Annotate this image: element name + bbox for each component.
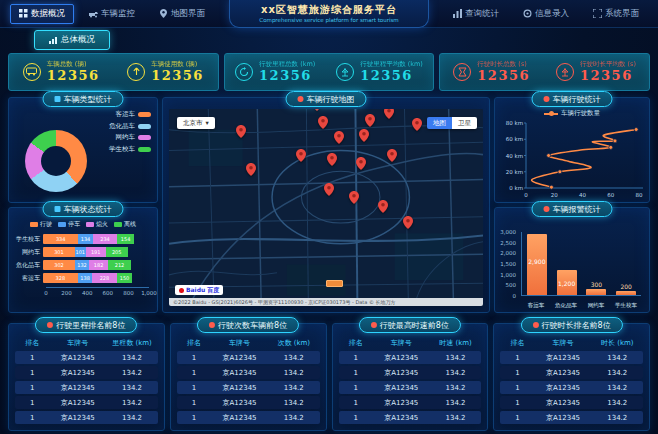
legend-item[interactable]: 熄火 [86,220,108,229]
column-header: 车牌号 [211,338,268,348]
map-pin[interactable] [349,189,359,208]
panel-title: 行驶最高时速前8位 [359,317,461,333]
baidu-logo: Baidu 百度 [175,285,223,295]
map-pin[interactable] [324,181,334,200]
satellite-layer-button[interactable]: 卫星 [452,117,477,129]
bar-value: 182 [94,262,104,268]
stacked-bar: 334134234154 [43,234,149,244]
column-header: 排名 [339,338,373,348]
legend-item[interactable]: 学生校车 [109,145,151,154]
map-canvas[interactable]: 北京市▾ 地图 卫星 Baidu 百度 ©2022 Baidu - GS(202… [169,109,483,306]
map-pin[interactable] [403,214,413,233]
top-bar: 数据概况 车辆监控 地图界面 xx区智慧旅游综合服务平台 Comprehensi… [0,0,658,28]
legend-item[interactable]: 客运车 [116,110,152,119]
bar-value: 138 [80,275,90,281]
table-row: 1京A12345134.2 [177,366,320,379]
map-pin[interactable] [384,109,394,123]
data-point [549,185,553,189]
map-pin[interactable] [296,147,306,166]
line-legend[interactable]: 车辆行驶数量 [495,109,649,118]
legend-item[interactable]: 危化品车 [109,122,151,131]
table-cell: 134.2 [430,399,481,407]
map-pin[interactable] [334,129,344,148]
nav-item-query-stats[interactable]: 查询统计 [444,4,508,24]
table-row: 1京A12345134.2 [177,351,320,364]
table-cell: 1 [15,414,49,422]
map-pin[interactable] [378,198,388,217]
table-row: 1京A12345134.2 [15,381,158,394]
bar-column: 2,900 [525,232,549,295]
table-row: 1京A12345134.2 [500,351,643,364]
nav-item-data-overview[interactable]: 数据概况 [10,4,74,24]
legend-swatch [86,222,94,227]
panel-title: 车辆行驶统计 [532,91,613,107]
legend-item[interactable]: 网约车 [116,133,152,142]
kpi-value: 12356 [360,69,423,83]
map-pin[interactable] [246,161,256,180]
tab-overview[interactable]: 总体概况 [34,30,110,50]
table-cell: 134.2 [106,399,157,407]
map-layer-button[interactable]: 地图 [427,117,452,129]
y-tick: 80 km [506,120,523,126]
nav-item-map-view[interactable]: 地图界面 [150,4,214,24]
panel-title-icon [209,322,215,328]
map-pin[interactable] [327,151,337,170]
table-cell: 1 [500,414,534,422]
panel-alarm-stats: 车辆报警统计 05001,0001,5002,0002,5003,000 2,9… [494,207,650,313]
kpi-label: 行驶时长总数 (s) [477,60,530,69]
nav-label: 数据概况 [31,8,65,20]
bar-segment: 191 [86,247,106,257]
page-title: xx区智慧旅游综合服务平台 [248,3,410,17]
kpi-label: 行驶里程总数 (km) [259,60,315,69]
nav-item-vehicle-monitor[interactable]: 车辆监控 [80,4,144,24]
y-tick: 20 km [506,169,523,175]
axis-tick: 400 [82,290,93,296]
bar-column: 1,200 [555,232,579,295]
column-header: 次数 (km) [268,338,319,348]
table-cell: 134.2 [430,354,481,362]
column-header: 排名 [500,338,534,348]
map-pin[interactable] [236,123,246,142]
panel-title-text: 行驶次数车辆前8位 [218,320,287,331]
legend-item[interactable]: 停车 [58,220,80,229]
map-pin[interactable] [387,147,397,166]
map-pin[interactable] [318,114,328,133]
table-row: 1京A12345134.2 [339,351,482,364]
x-tick: 40 [579,192,586,198]
map-pin[interactable] [356,155,366,174]
legend-item[interactable]: 离线 [114,220,136,229]
map-pin[interactable] [365,112,375,131]
table-cell: 1 [177,354,211,362]
category-label: 网约车 [13,248,43,257]
nav-item-info-entry[interactable]: 信息录入 [514,4,578,24]
nav-item-system-screen[interactable]: 系统界面 [584,4,648,24]
y-tick: 2,500 [500,240,516,246]
table-cell: 京A12345 [211,383,268,393]
tab-row: 总体概况 [0,28,658,52]
donut-legend: 客运车危化品车网约车学生校车 [109,110,151,154]
nav-label: 信息录入 [535,8,569,20]
legend-swatch [138,112,151,117]
bar-value: 205 [112,249,122,255]
panel-title-icon [544,96,550,102]
city-select[interactable]: 北京市▾ [177,117,215,129]
bar-row: 网约车301101191205 [13,247,149,257]
panel-title-text: 车辆行驶地图 [307,94,355,105]
category-label: 学生校车 [611,302,641,309]
kpi-panel-mileage: 行驶里程总数 (km)12356 行驶里程平均数 (km)12356 [224,53,435,91]
table-cell: 1 [339,399,373,407]
bar-column: 200 [614,232,638,295]
table-header: 排名车牌号里程数 (km) [15,338,158,348]
table-cell: 1 [15,369,49,377]
truck-icon [89,9,98,18]
center-column: 车辆行驶地图 [162,97,490,313]
title-block: xx区智慧旅游综合服务平台 Comprehensive service plat… [229,0,429,28]
panel-title: 车辆行驶地图 [286,91,367,107]
kpi-total-vehicles: 车辆总数 (辆)12356 [23,60,100,83]
table-cell: 134.2 [592,369,643,377]
legend-item[interactable]: 行驶 [30,220,52,229]
legend-swatch [58,222,66,227]
table-row: 1京A12345134.2 [15,351,158,364]
balance-icon [336,63,354,81]
map-pin[interactable] [412,116,422,135]
